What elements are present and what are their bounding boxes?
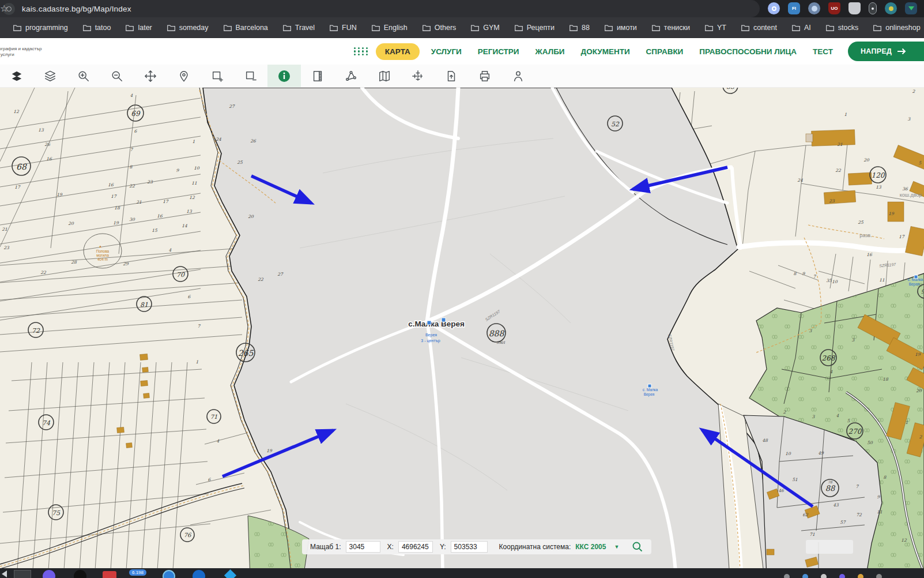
poi-marker bbox=[442, 318, 446, 322]
nav-item[interactable]: РЕГИСТРИ bbox=[470, 47, 527, 56]
app-icon-blue[interactable] bbox=[193, 570, 205, 578]
bookmark-folder[interactable]: GYM bbox=[463, 24, 507, 32]
tool-user-icon[interactable] bbox=[501, 65, 535, 87]
scale-input[interactable] bbox=[346, 541, 380, 553]
search-extension-icon[interactable] bbox=[768, 2, 780, 14]
bookmark-folder[interactable]: programming bbox=[6, 24, 76, 32]
tray-icon[interactable] bbox=[802, 574, 808, 578]
tool-scale-icon[interactable] bbox=[301, 65, 334, 87]
svg-text:16: 16 bbox=[866, 252, 873, 257]
bookmark-label: content bbox=[753, 24, 777, 32]
tray-icon[interactable] bbox=[821, 574, 827, 578]
bookmark-folder[interactable]: tatoo bbox=[76, 24, 119, 32]
tool-pan-icon[interactable] bbox=[134, 65, 167, 87]
folder-icon bbox=[570, 24, 578, 31]
bookmark-folder[interactable]: Others bbox=[415, 24, 464, 32]
nav-item[interactable]: УСЛУГИ bbox=[423, 47, 470, 56]
globe-extension-icon[interactable] bbox=[808, 2, 820, 14]
svg-text:26: 26 bbox=[44, 142, 51, 147]
volume-icon[interactable] bbox=[2, 571, 7, 577]
svg-text:10: 10 bbox=[785, 451, 791, 456]
bookmark-folder[interactable]: content bbox=[734, 24, 785, 32]
tool-vertex-icon[interactable] bbox=[334, 65, 368, 87]
apps-grid-icon[interactable] bbox=[354, 47, 369, 56]
bookmark-folder[interactable]: FUN bbox=[322, 24, 364, 32]
tool-map-sheet-icon[interactable] bbox=[368, 65, 401, 87]
nav-item[interactable]: ЖАЛБИ bbox=[527, 47, 573, 56]
tool-location-icon[interactable] bbox=[167, 65, 201, 87]
bookmark-folder[interactable]: stocks bbox=[819, 24, 866, 32]
browser-app-icon[interactable] bbox=[163, 570, 175, 578]
bookmark-folder[interactable]: 88 bbox=[562, 24, 597, 32]
app-icon-purple[interactable] bbox=[43, 570, 55, 578]
cadastre-map[interactable]: 6968708172265717475767752531202682708888… bbox=[0, 88, 924, 578]
x-input[interactable] bbox=[398, 541, 433, 553]
tray-icon[interactable] bbox=[858, 574, 863, 578]
ublock-extension-icon[interactable]: UO bbox=[828, 2, 840, 14]
bookmarks-bar: programmingtatoolatersomedayBarcelonaTra… bbox=[0, 17, 924, 38]
app-icon-red[interactable] bbox=[103, 571, 116, 578]
svg-text:21: 21 bbox=[2, 227, 7, 232]
nav-item[interactable]: ТЕСТ bbox=[805, 47, 841, 56]
folder-icon bbox=[515, 24, 523, 31]
tool-zoom-out-icon[interactable] bbox=[100, 65, 134, 87]
tray-icon[interactable] bbox=[876, 574, 882, 578]
crs-select[interactable]: ККС 2005 bbox=[575, 543, 606, 551]
bookmark-folder[interactable]: someday bbox=[160, 24, 216, 32]
nav-item[interactable]: ДОКУМЕНТИ bbox=[573, 47, 638, 56]
nav-item[interactable]: ПРАВОСПОСОБНИ ЛИЦА bbox=[691, 47, 805, 56]
tool-export-icon[interactable] bbox=[435, 65, 468, 87]
nav-item[interactable]: КАРТА bbox=[376, 43, 420, 60]
svg-text:15: 15 bbox=[152, 228, 158, 233]
svg-text:10: 10 bbox=[194, 166, 200, 171]
folder-icon bbox=[423, 24, 431, 31]
tool-layers-filled-icon[interactable] bbox=[0, 65, 33, 87]
svg-text:29: 29 bbox=[123, 261, 129, 267]
bookmark-label: tatoo bbox=[95, 24, 111, 32]
bookmark-star-icon[interactable]: ☆ bbox=[0, 3, 8, 14]
svg-text:53: 53 bbox=[726, 88, 735, 91]
bookmark-folder[interactable]: тениски bbox=[644, 24, 697, 32]
url-text[interactable]: kais.cadastre.bg/bg/Map/Index bbox=[22, 5, 131, 13]
bookmark-folder[interactable]: Travel bbox=[276, 24, 322, 32]
device-extension-icon[interactable] bbox=[869, 2, 877, 14]
bee-extension-icon[interactable] bbox=[885, 2, 897, 14]
bookmark-folder[interactable]: onlineshop bbox=[866, 24, 924, 32]
forward-button[interactable]: НАПРЕД bbox=[848, 42, 924, 61]
fi-extension-icon[interactable]: FI bbox=[788, 2, 800, 14]
svg-text:16: 16 bbox=[46, 156, 52, 162]
svg-text:74: 74 bbox=[42, 419, 51, 427]
app-icon-diamond[interactable] bbox=[224, 569, 236, 578]
bookmark-folder[interactable]: Рецепти bbox=[507, 24, 562, 32]
bookmark-folder[interactable]: Barcelona bbox=[216, 24, 276, 32]
window-thumbnail[interactable] bbox=[14, 570, 31, 578]
chevron-down-icon[interactable]: ▼ bbox=[614, 544, 619, 550]
scale-widget[interactable] bbox=[806, 540, 853, 554]
tool-select-rect-add-icon[interactable] bbox=[201, 65, 234, 87]
y-input[interactable] bbox=[451, 541, 488, 553]
tray-icon[interactable] bbox=[839, 574, 845, 578]
tool-zoom-in-icon[interactable] bbox=[67, 65, 100, 87]
tool-layers-outline-icon[interactable] bbox=[33, 65, 67, 87]
map-search-icon[interactable] bbox=[632, 541, 643, 553]
folder-icon bbox=[330, 24, 338, 31]
shield-extension-icon[interactable] bbox=[848, 2, 861, 14]
bookmark-folder[interactable]: English bbox=[364, 24, 415, 32]
folder-icon bbox=[167, 24, 175, 31]
taskbar: 6.198 bbox=[0, 568, 924, 578]
tray-icon[interactable] bbox=[784, 574, 790, 578]
tool-print-icon[interactable] bbox=[468, 65, 501, 87]
bookmark-label: имоти bbox=[617, 24, 637, 32]
app-icon-black[interactable] bbox=[74, 570, 86, 578]
tool-axes-icon[interactable] bbox=[401, 65, 435, 87]
bookmark-folder[interactable]: имоти bbox=[597, 24, 644, 32]
nav-item[interactable]: СПРАВКИ bbox=[638, 47, 692, 56]
url-bar[interactable]: kais.cadastre.bg/bg/Map/Index bbox=[0, 0, 760, 17]
tool-select-rect-remove-icon[interactable] bbox=[234, 65, 267, 87]
tool-info-icon[interactable] bbox=[267, 65, 301, 87]
svg-text:78: 78 bbox=[828, 480, 833, 484]
download-extension-icon[interactable] bbox=[905, 2, 917, 14]
bookmark-folder[interactable]: AI bbox=[785, 24, 819, 32]
bookmark-folder[interactable]: YT bbox=[697, 24, 734, 32]
bookmark-folder[interactable]: later bbox=[118, 24, 159, 32]
